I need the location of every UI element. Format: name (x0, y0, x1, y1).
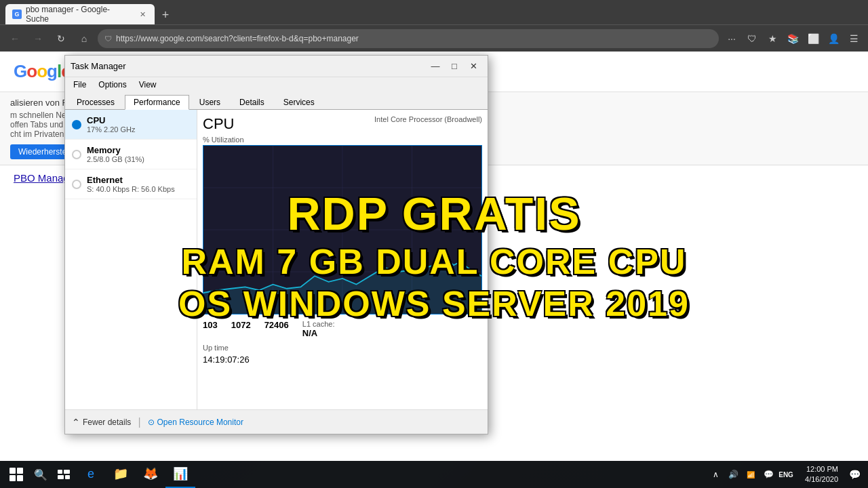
task-view-icon (58, 470, 70, 479)
stat-processes: 103 (203, 320, 218, 338)
language-indicator[interactable]: ENG (778, 466, 794, 483)
tab-users[interactable]: Users (191, 95, 229, 109)
resource-sidebar: CPU 17% 2.20 GHz Memory 2.5/8.0 GB (31%) (65, 110, 197, 409)
task-manager-window: Task Manager — □ ✕ File Options View Pro… (64, 55, 488, 434)
refresh-button[interactable]: ↻ (52, 29, 71, 48)
task-manager-titlebar: Task Manager — □ ✕ (65, 56, 488, 77)
tab-bar: G pbo manager - Google-Suche ✕ + (5, 0, 175, 24)
browser-titlebar: G pbo manager - Google-Suche ✕ + (0, 0, 868, 24)
view-menu[interactable]: View (134, 79, 162, 91)
ethernet-status-dot (72, 180, 81, 189)
minimize-button[interactable]: — (427, 60, 444, 73)
resource-item-ethernet[interactable]: Ethernet S: 40.0 Kbps R: 56.0 Kbps (65, 169, 197, 199)
clock-date: 4/16/2020 (805, 474, 838, 485)
taskmgr-icon: 📊 (173, 466, 188, 481)
tab-favicon: G (12, 9, 22, 19)
sync-button[interactable]: ⬜ (804, 30, 822, 47)
open-resource-monitor-link[interactable]: ⊙ Open Resource Monitor (148, 418, 243, 427)
navigation-bar: ← → ↻ ⌂ 🛡 https://www.google.com/search?… (0, 24, 868, 52)
taskbar-clock[interactable]: 12:00 PM 4/16/2020 (800, 464, 844, 485)
svg-rect-10 (65, 475, 70, 479)
performance-main: CPU Intel Core Processor (Broadwell) % U… (197, 110, 488, 409)
fewer-details-button[interactable]: ⌃ Fewer details (72, 417, 131, 428)
tray-overflow-button[interactable]: ∧ (707, 466, 724, 483)
fewer-details-label: Fewer details (83, 418, 131, 427)
nav-right-icons: ··· 🛡 ★ 📚 ⬜ 👤 ☰ (723, 30, 863, 47)
separator: | (138, 416, 140, 428)
volume-icon[interactable]: 🔊 (725, 466, 741, 483)
memory-resource-info: Memory 2.5/8.0 GB (31%) (87, 145, 190, 163)
handles-value: 72406 (264, 320, 289, 330)
bookmarks-library-button[interactable]: 📚 (784, 30, 802, 47)
notification-center-button[interactable]: 💬 (844, 461, 865, 488)
threads-value: 1072 (231, 320, 251, 330)
account-button[interactable]: 👤 (825, 30, 842, 47)
resource-item-cpu[interactable]: CPU 17% 2.20 GHz (65, 110, 197, 140)
options-menu[interactable]: Options (93, 79, 132, 91)
notification-icon[interactable]: 💬 (760, 466, 776, 483)
bookmark-button[interactable]: ★ (764, 30, 781, 47)
network-icon[interactable]: 📶 (743, 466, 759, 483)
window-control-buttons: — □ ✕ (427, 60, 482, 73)
explorer-icon: 📁 (113, 466, 128, 481)
task-manager-menubar: File Options View (65, 77, 488, 92)
tab-title: pbo manager - Google-Suche (26, 5, 133, 24)
uptime-value: 14:19:07:26 (203, 354, 482, 365)
new-tab-button[interactable]: + (156, 5, 175, 24)
resource-item-memory[interactable]: Memory 2.5/8.0 GB (31%) (65, 140, 197, 169)
l1cache-label: L1 cache: (302, 320, 335, 328)
forward-button[interactable]: → (28, 29, 47, 48)
ethernet-detail: S: 40.0 Kbps R: 56.0 Kbps (87, 185, 190, 193)
stat-threads: 1072 (231, 320, 251, 338)
address-text: https://www.google.com/search?client=fir… (116, 34, 359, 43)
processes-value: 103 (203, 320, 218, 330)
close-button[interactable]: ✕ (465, 60, 482, 73)
taskbar-search-button[interactable]: 🔍 (30, 464, 52, 485)
taskbar-ie-button[interactable]: e (76, 461, 106, 488)
ethernet-resource-info: Ethernet S: 40.0 Kbps R: 56.0 Kbps (87, 175, 190, 193)
tab-close-button[interactable]: ✕ (137, 9, 148, 20)
start-button[interactable] (3, 461, 30, 488)
active-browser-tab[interactable]: G pbo manager - Google-Suche ✕ (5, 4, 155, 24)
tab-performance[interactable]: Performance (125, 95, 189, 110)
file-menu[interactable]: File (68, 79, 92, 91)
page-content: Google alisieren von Firefox neu starten… (0, 52, 868, 461)
back-button[interactable]: ← (5, 29, 24, 48)
pocket-button[interactable]: 🛡 (743, 30, 761, 47)
l1cache-value: N/A (302, 328, 335, 338)
taskbar-explorer-button[interactable]: 📁 (106, 461, 136, 488)
task-manager-title: Task Manager (71, 61, 427, 71)
taskbar-taskmgr-button[interactable]: 📊 (165, 461, 195, 488)
tab-services[interactable]: Services (275, 95, 323, 109)
memory-status-dot (72, 150, 81, 159)
uptime-container: Up time 14:19:07:26 (203, 344, 482, 365)
stat-l1cache: L1 cache: N/A (302, 320, 335, 338)
ethernet-label: Ethernet (87, 175, 190, 185)
extensions-button[interactable]: ··· (723, 30, 741, 47)
cpu-title: CPU (203, 115, 234, 133)
address-bar[interactable]: 🛡 https://www.google.com/search?client=f… (98, 29, 719, 48)
clock-time: 12:00 PM (805, 464, 838, 474)
taskbar-firefox-button[interactable]: 🦊 (136, 461, 165, 488)
monitor-icon: ⊙ (148, 418, 155, 427)
tab-details[interactable]: Details (231, 95, 273, 109)
memory-detail: 2.5/8.0 GB (31%) (87, 155, 190, 163)
system-tray: ∧ 🔊 📶 💬 ENG (702, 466, 800, 483)
home-button[interactable]: ⌂ (75, 29, 94, 48)
ie-icon: e (87, 467, 94, 481)
windows-taskbar: 🔍 e 📁 🦊 📊 ∧ 🔊 📶 💬 ENG 12:00 PM 4/16/2020… (0, 461, 868, 488)
task-view-button[interactable] (52, 462, 76, 487)
maximize-button[interactable]: □ (446, 60, 463, 73)
cpu-label: CPU (87, 115, 190, 125)
cpu-graph-svg (203, 146, 481, 314)
svg-rect-8 (64, 470, 70, 474)
graph-label: % Utilization (203, 136, 482, 144)
cpu-stats-row: 103 1072 72406 L1 cache: N/A (203, 320, 482, 338)
fewer-details-icon: ⌃ (72, 417, 80, 428)
task-manager-tabs: Processes Performance Users Details Serv… (65, 92, 488, 110)
firefox-icon: 🦊 (143, 466, 158, 481)
svg-rect-7 (58, 470, 62, 474)
uptime-label: Up time (203, 344, 482, 352)
menu-button[interactable]: ☰ (845, 30, 863, 47)
tab-processes[interactable]: Processes (68, 95, 123, 109)
